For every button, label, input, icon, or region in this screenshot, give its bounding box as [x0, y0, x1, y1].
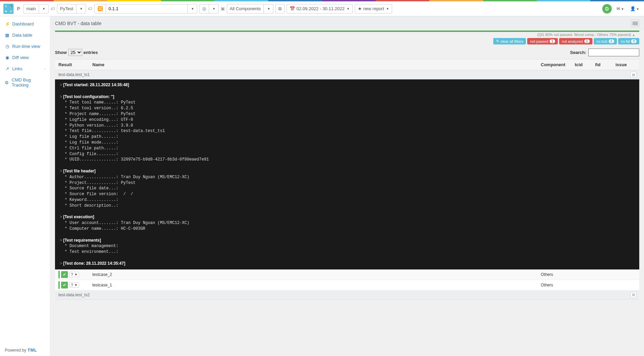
framework-selector[interactable]: PyTest ▼ [57, 4, 86, 14]
nav-icon: ◉ [5, 55, 10, 60]
nav-label: Dashboard [12, 21, 34, 26]
nav-icon: ▦ [5, 33, 10, 38]
topbar: C🐧MD P main ▼ 🏷 PyTest ▼ 🏷 🔀 ▼ ◎ ▼ ▣ All… [0, 1, 644, 16]
user-menu[interactable]: 👤▼ [629, 5, 641, 13]
caret-down-icon: ▼ [80, 7, 83, 11]
version-input[interactable] [106, 4, 187, 13]
entries-select[interactable]: 25 [68, 49, 82, 56]
nav-icon: ⚡ [5, 21, 10, 26]
rainbow-bar [0, 0, 644, 1]
user-avatar[interactable]: D [602, 4, 612, 14]
status-dropdown[interactable]: ? ▼ [69, 282, 79, 288]
copy-icon: ⧉ [278, 6, 281, 12]
tag-icon: 🏷 [88, 6, 92, 11]
nav-label: Diff view [12, 55, 29, 60]
daterange-selector[interactable]: 📅 02.09.2022 - 30.11.2022 ▼ [287, 4, 353, 14]
status-pass-icon[interactable]: ✔ [61, 271, 68, 278]
cube-icon: ▣ [221, 6, 225, 11]
nav-icon: ↗ [5, 66, 10, 71]
panel-menu-toggle[interactable] [631, 20, 639, 27]
filter-no-tcid[interactable]: no tcid 8 [594, 38, 617, 44]
nav-label: Run-time view [12, 44, 40, 49]
sidebar-item-dashboard[interactable]: ⚡Dashboard [0, 18, 50, 30]
row-name: testcase_1 [92, 283, 541, 287]
eraser-icon: ✎ [496, 39, 499, 43]
clear-filters-button[interactable]: ✎ clear all filters [493, 38, 526, 44]
col-fid: fid [595, 62, 615, 67]
sidebar-item-cmd-bug-tracking[interactable]: ⚙CMD Bug Tracking [0, 74, 50, 91]
page-title: CMD BVT - data table [55, 21, 102, 26]
search-input[interactable] [588, 49, 639, 56]
caret-down-icon: ▼ [347, 7, 350, 11]
status-dropdown[interactable]: ? ▼ [69, 272, 79, 277]
col-tcid: tcid [575, 62, 595, 67]
star-icon: ★ [358, 6, 362, 11]
status-bar [58, 281, 60, 289]
table-row: ✔ ? ▼ testcase_1 Others [55, 280, 639, 291]
branch-selector[interactable]: main ▼ [23, 4, 49, 14]
nav-label: CMD Bug Tracking [12, 77, 45, 88]
search-label: Search: [570, 50, 586, 55]
tml-logo[interactable]: TML [27, 348, 37, 353]
chevron-icon: ‹ [44, 67, 45, 71]
chevron-up-icon: ▲ [632, 33, 635, 37]
nav-icon: ⚙ [5, 80, 9, 85]
target-icon: ◎ [202, 6, 206, 11]
sidebar-item-run-time-view[interactable]: ◷Run-time view [0, 41, 50, 52]
filter-not-passed[interactable]: not passed 1 [527, 38, 557, 44]
copy-button[interactable]: ⧉ [275, 4, 284, 14]
nav-icon: ◷ [5, 44, 10, 49]
components-selector[interactable]: All Components ▼ [227, 4, 274, 14]
mail-button[interactable]: ✉▼ [615, 5, 625, 13]
table-header: Result Name Component tcid fid issue [55, 59, 639, 70]
row-component: Others [541, 283, 575, 287]
calendar-icon: 📅 [290, 6, 295, 11]
app-logo[interactable]: C🐧MD [3, 4, 14, 14]
col-result: Result [58, 62, 92, 67]
col-name: Name [92, 62, 541, 67]
collapse-button[interactable]: ⊟ [630, 292, 637, 298]
caret-down-icon: ▼ [386, 7, 389, 11]
collapse-button[interactable]: ⊟ [630, 72, 637, 78]
sidebar-item-links[interactable]: ↗Links‹ [0, 63, 50, 74]
progress-bar [55, 31, 639, 32]
new-report-button[interactable]: ★ new report ▼ [355, 4, 392, 14]
status-bar [58, 271, 60, 278]
row-component: Others [541, 272, 575, 277]
col-component: Component [541, 62, 575, 67]
caret-down-icon: ▼ [42, 7, 45, 11]
project-short: P [17, 6, 20, 11]
sidebar-item-diff-view[interactable]: ◉Diff view [0, 52, 50, 63]
nav-label: Data table [12, 33, 32, 38]
filter-no-fid[interactable]: no fid 8 [618, 38, 639, 44]
qg-summary: (QG 80% not passed. Worst comp.: Others … [50, 33, 644, 37]
filter-not-analyzed[interactable]: not analyzed 1 [559, 38, 592, 44]
target-selector[interactable]: ◎ ▼ [199, 4, 219, 14]
powered-by: Powered by TML [5, 348, 37, 353]
table-row: ✔ ? ▼ testcase_2 Others [55, 269, 639, 280]
caret-down-icon: ▼ [191, 7, 194, 11]
sidebar: ⚡Dashboard▦Data table◷Run-time view◉Diff… [0, 16, 50, 356]
status-pass-icon[interactable]: ✔ [61, 282, 68, 288]
sitemap-icon: 🔀 [97, 6, 103, 11]
caret-down-icon: ▼ [267, 7, 270, 11]
col-issue: issue [615, 62, 636, 67]
tag-icon: 🏷 [51, 6, 55, 11]
row-name: testcase_2 [92, 272, 541, 277]
sidebar-item-data-table[interactable]: ▦Data table [0, 30, 50, 41]
caret-down-icon: ▼ [213, 7, 216, 11]
show-entries: Show 25 entries [55, 49, 98, 56]
log-output: > [Test started: 28.11.2022 14:35:48] > … [55, 79, 639, 269]
group-row[interactable]: test-data.test_ts2 ⊟ [55, 291, 639, 300]
nav-label: Links [12, 66, 22, 71]
group-row[interactable]: test-data.test_ts1 ⊟ [55, 70, 639, 79]
version-selector[interactable]: 🔀 ▼ [94, 4, 197, 14]
